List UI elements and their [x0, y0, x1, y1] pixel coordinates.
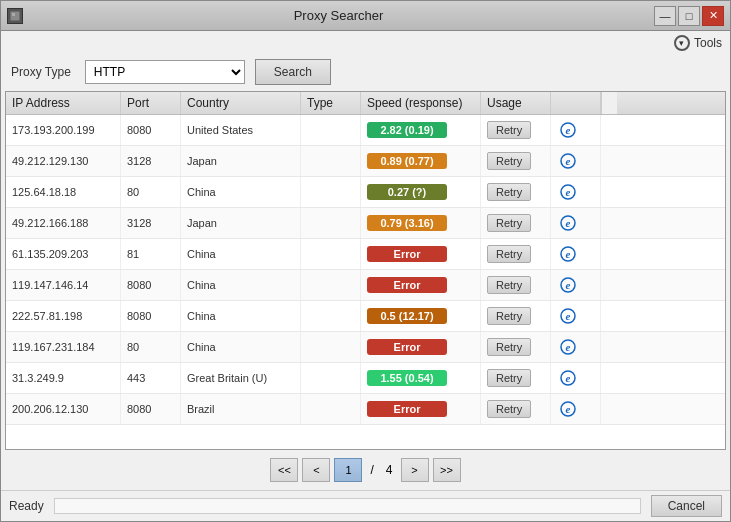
svg-text:e: e [566, 310, 571, 322]
table-row: 173.193.200.199 8080 United States 2.82 … [6, 115, 725, 146]
retry-button[interactable]: Retry [487, 183, 531, 201]
progress-bar [54, 498, 641, 514]
prev-page-button[interactable]: < [302, 458, 330, 482]
cell-speed: Error [361, 332, 481, 362]
cell-retry: Retry [481, 239, 551, 269]
proxy-type-label: Proxy Type [11, 65, 71, 79]
cell-ip: 49.212.129.130 [6, 146, 121, 176]
ie-icon[interactable]: e [557, 274, 579, 296]
svg-text:e: e [566, 279, 571, 291]
table-row: 119.147.146.14 8080 China Error Retry e [6, 270, 725, 301]
ie-icon[interactable]: e [557, 150, 579, 172]
cell-ie: e [551, 363, 601, 393]
cell-ip: 31.3.249.9 [6, 363, 121, 393]
cell-port: 8080 [121, 394, 181, 424]
ie-icon[interactable]: e [557, 212, 579, 234]
cell-type [301, 239, 361, 269]
current-page-button[interactable]: 1 [334, 458, 362, 482]
cell-retry: Retry [481, 332, 551, 362]
table-row: 125.64.18.18 80 China 0.27 (?) Retry e [6, 177, 725, 208]
retry-button[interactable]: Retry [487, 338, 531, 356]
proxy-type-select[interactable]: HTTP [85, 60, 245, 84]
cell-port: 3128 [121, 208, 181, 238]
ie-icon[interactable]: e [557, 336, 579, 358]
cell-country: Japan [181, 146, 301, 176]
close-button[interactable]: ✕ [702, 6, 724, 26]
table-row: 119.167.231.184 80 China Error Retry e [6, 332, 725, 363]
cell-ie: e [551, 115, 601, 145]
search-button[interactable]: Search [255, 59, 331, 85]
header-empty [551, 92, 601, 114]
cancel-button[interactable]: Cancel [651, 495, 722, 517]
cell-country: China [181, 332, 301, 362]
header-port: Port [121, 92, 181, 114]
cell-port: 81 [121, 239, 181, 269]
ie-icon[interactable]: e [557, 119, 579, 141]
maximize-button[interactable]: □ [678, 6, 700, 26]
toolbar: ▾ Tools [1, 31, 730, 53]
retry-button[interactable]: Retry [487, 245, 531, 263]
svg-text:e: e [566, 248, 571, 260]
cell-ip: 125.64.18.18 [6, 177, 121, 207]
total-pages: 4 [382, 463, 397, 477]
cell-type [301, 301, 361, 331]
speed-badge: 0.89 (0.77) [367, 153, 447, 169]
first-page-button[interactable]: << [270, 458, 298, 482]
cell-speed: 0.5 (12.17) [361, 301, 481, 331]
cell-ie: e [551, 177, 601, 207]
window-controls: — □ ✕ [654, 6, 724, 26]
ie-icon[interactable]: e [557, 398, 579, 420]
cell-speed: 1.55 (0.54) [361, 363, 481, 393]
speed-badge: 0.79 (3.16) [367, 215, 447, 231]
table-row: 49.212.166.188 3128 Japan 0.79 (3.16) Re… [6, 208, 725, 239]
ie-icon[interactable]: e [557, 243, 579, 265]
cell-port: 443 [121, 363, 181, 393]
table-row: 200.206.12.130 8080 Brazil Error Retry e [6, 394, 725, 425]
retry-button[interactable]: Retry [487, 369, 531, 387]
ie-icon[interactable]: e [557, 181, 579, 203]
table-row: 31.3.249.9 443 Great Britain (U) 1.55 (0… [6, 363, 725, 394]
cell-ie: e [551, 394, 601, 424]
cell-ie: e [551, 332, 601, 362]
last-page-button[interactable]: >> [433, 458, 461, 482]
svg-text:e: e [566, 124, 571, 136]
speed-badge: 0.5 (12.17) [367, 308, 447, 324]
cell-port: 3128 [121, 146, 181, 176]
next-page-button[interactable]: > [401, 458, 429, 482]
cell-type [301, 208, 361, 238]
tools-button[interactable]: ▾ Tools [674, 35, 722, 51]
cell-ie: e [551, 239, 601, 269]
retry-button[interactable]: Retry [487, 152, 531, 170]
header-ip: IP Address [6, 92, 121, 114]
svg-text:e: e [566, 186, 571, 198]
cell-retry: Retry [481, 301, 551, 331]
cell-speed: 0.89 (0.77) [361, 146, 481, 176]
main-window: Proxy Searcher — □ ✕ ▾ Tools Proxy Type … [0, 0, 731, 522]
cell-port: 8080 [121, 301, 181, 331]
cell-retry: Retry [481, 270, 551, 300]
retry-button[interactable]: Retry [487, 214, 531, 232]
minimize-button[interactable]: — [654, 6, 676, 26]
speed-badge: 0.27 (?) [367, 184, 447, 200]
retry-button[interactable]: Retry [487, 400, 531, 418]
cell-country: China [181, 301, 301, 331]
ie-icon[interactable]: e [557, 367, 579, 389]
cell-ie: e [551, 146, 601, 176]
speed-badge: Error [367, 339, 447, 355]
ie-icon[interactable]: e [557, 305, 579, 327]
proxy-table: IP Address Port Country Type Speed (resp… [5, 91, 726, 450]
title-bar: Proxy Searcher — □ ✕ [1, 1, 730, 31]
cell-speed: Error [361, 394, 481, 424]
cell-type [301, 177, 361, 207]
cell-type [301, 332, 361, 362]
svg-text:e: e [566, 217, 571, 229]
retry-button[interactable]: Retry [487, 121, 531, 139]
retry-button[interactable]: Retry [487, 307, 531, 325]
pagination: << < 1 / 4 > >> [1, 450, 730, 490]
cell-retry: Retry [481, 177, 551, 207]
window-title: Proxy Searcher [23, 8, 654, 23]
table-header: IP Address Port Country Type Speed (resp… [6, 92, 725, 115]
cell-retry: Retry [481, 146, 551, 176]
svg-rect-1 [12, 13, 15, 16]
retry-button[interactable]: Retry [487, 276, 531, 294]
